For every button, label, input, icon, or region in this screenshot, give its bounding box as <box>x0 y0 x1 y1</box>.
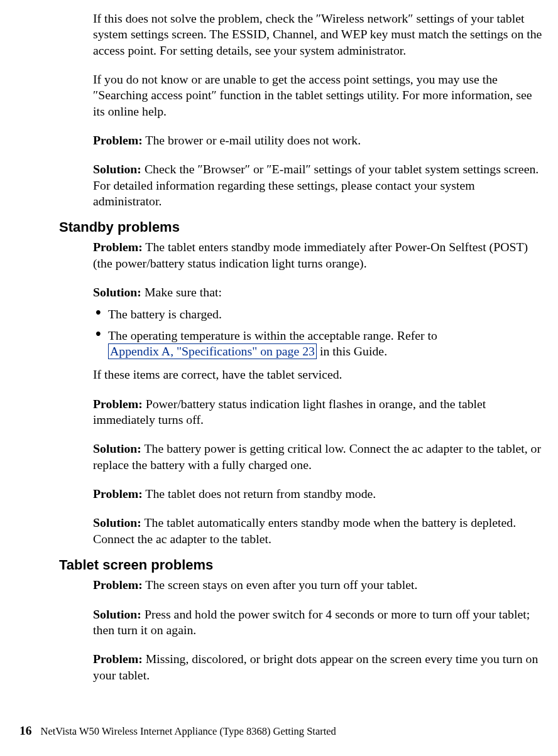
screen-section: Problem: The screen stays on even after … <box>93 577 545 683</box>
standby2-solution-text: The battery power is getting critical lo… <box>93 441 541 471</box>
footer-title: NetVista W50 Wireless Internet Appliance… <box>41 725 336 737</box>
appendix-link[interactable]: Appendix A, "Specifications" on page 23 <box>108 343 317 359</box>
problem-label: Problem: <box>93 578 143 591</box>
screen1-problem-text: The screen stays on even after you turn … <box>143 578 418 591</box>
screen2-problem-text: Missing, discolored, or bright dots appe… <box>93 652 538 681</box>
screen1-solution-text: Press and hold the power switch for 4 se… <box>93 607 530 637</box>
standby3-problem-text: The tablet does not return from standby … <box>143 487 376 500</box>
standby3-solution: Solution: The tablet automatically enter… <box>93 515 545 547</box>
problem-label: Problem: <box>93 133 143 147</box>
list-item: The operating temperature is within the … <box>93 328 545 360</box>
problem-label: Problem: <box>93 397 143 411</box>
solution-label: Solution: <box>93 441 141 455</box>
problem-label: Problem: <box>93 240 143 254</box>
solution-label: Solution: <box>93 285 141 299</box>
intro-paragraph-2: If you do not know or are unable to get … <box>93 72 545 119</box>
standby2-problem-text: Power/battery status indication light fl… <box>93 397 486 426</box>
standby-section: Problem: The tablet enters standby mode … <box>93 239 545 547</box>
item1-solution: Solution: Check the ″Browser″ or ″E-mail… <box>93 161 545 209</box>
item1-problem: Problem: The brower or e-mail utility do… <box>93 132 545 148</box>
screen2-problem: Problem: Missing, discolored, or bright … <box>93 651 545 683</box>
intro-paragraph-1: If this does not solve the problem, chec… <box>93 11 545 58</box>
problem-label: Problem: <box>93 487 143 500</box>
standby1-list: The battery is charged. The operating te… <box>93 306 545 359</box>
screen1-problem: Problem: The screen stays on even after … <box>93 577 545 593</box>
standby1-after: If these items are correct, have the tab… <box>93 367 545 382</box>
standby1-problem-text: The tablet enters standby mode immediate… <box>93 240 528 269</box>
heading-standby: Standby problems <box>59 219 545 236</box>
standby2-solution: Solution: The battery power is getting c… <box>93 441 545 473</box>
list-item: The battery is charged. <box>93 306 545 322</box>
standby1-problem: Problem: The tablet enters standby mode … <box>93 239 545 271</box>
standby1-solution-text: Make sure that: <box>141 285 222 299</box>
item1-problem-text: The brower or e-mail utility does not wo… <box>143 133 361 147</box>
solution-label: Solution: <box>93 162 141 176</box>
standby1-solution: Solution: Make sure that: <box>93 284 545 300</box>
solution-label: Solution: <box>93 607 141 621</box>
heading-screen: Tablet screen problems <box>59 556 545 574</box>
bullet2-pre: The operating temperature is within the … <box>108 328 437 342</box>
page-number: 16 <box>19 724 32 737</box>
standby3-problem: Problem: The tablet does not return from… <box>93 486 545 502</box>
item1-solution-text: Check the ″Browser″ or ″E-mail″ settings… <box>93 162 539 208</box>
body-column: If this does not solve the problem, chec… <box>93 11 545 209</box>
page-footer: 16NetVista W50 Wireless Internet Applian… <box>19 723 336 739</box>
solution-label: Solution: <box>93 516 141 529</box>
problem-label: Problem: <box>93 652 143 666</box>
page-content: If this does not solve the problem, chec… <box>0 0 558 683</box>
screen1-solution: Solution: Press and hold the power switc… <box>93 607 545 639</box>
standby3-solution-text: The tablet automatically enters standby … <box>93 516 516 545</box>
standby2-problem: Problem: Power/battery status indication… <box>93 396 545 428</box>
bullet2-post: in this Guide. <box>317 344 387 358</box>
